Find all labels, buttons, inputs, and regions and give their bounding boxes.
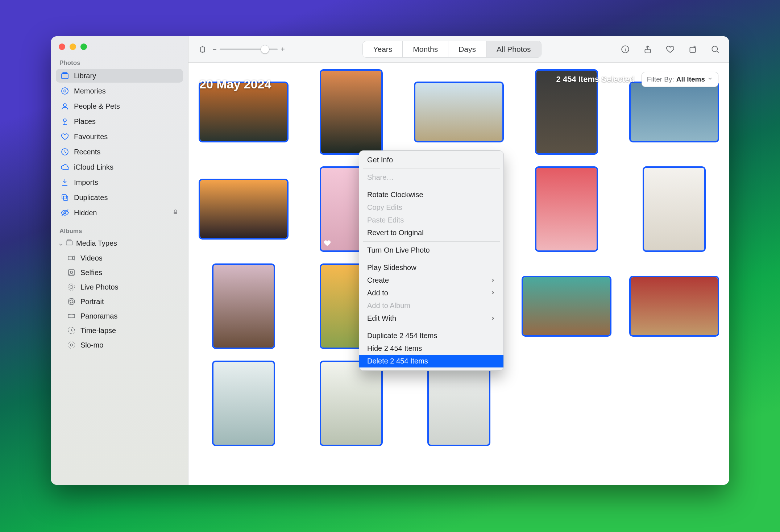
- svg-point-16: [70, 271, 72, 273]
- photo-thumbnail[interactable]: [200, 180, 287, 238]
- svg-point-18: [68, 284, 75, 290]
- window-minimize-button[interactable]: [70, 43, 76, 50]
- seg-years[interactable]: Years: [363, 41, 402, 57]
- chevron-down-icon: [707, 75, 713, 83]
- context-menu-item[interactable]: Edit With: [359, 312, 503, 325]
- chevron-right-icon: [490, 289, 495, 297]
- photo-thumbnail[interactable]: [321, 362, 381, 445]
- photo-thumbnail[interactable]: [523, 277, 610, 335]
- context-menu-item-label: Rotate Clockwise: [367, 191, 423, 199]
- sidebar-item-memories[interactable]: Memories: [56, 84, 183, 98]
- library-icon: [60, 71, 70, 80]
- toolbar: − + Years Months Days All Photos: [188, 36, 729, 63]
- context-menu-item[interactable]: Delete 2 454 Items: [359, 355, 503, 367]
- sidebar-item-selfies[interactable]: Selfies: [56, 266, 183, 279]
- svg-rect-11: [174, 212, 177, 214]
- memories-icon: [60, 87, 70, 95]
- svg-rect-12: [66, 241, 72, 245]
- sidebar-item-label: Time-lapse: [80, 327, 116, 335]
- filter-value: All Items: [676, 75, 705, 83]
- photo-thumbnail[interactable]: [429, 362, 489, 445]
- context-menu-item[interactable]: Get Info: [359, 154, 503, 166]
- window-close-button[interactable]: [59, 43, 65, 50]
- svg-point-27: [712, 46, 717, 51]
- filter-dropdown[interactable]: Filter By: All Items: [642, 72, 718, 87]
- photo-thumbnail[interactable]: [200, 83, 287, 141]
- favourite-button[interactable]: [664, 43, 676, 55]
- sidebar-item-label: iCloud Links: [74, 163, 113, 171]
- time-lapse-icon: [67, 326, 76, 335]
- context-menu-item: Share…: [359, 171, 503, 184]
- sidebar-item-people-pets[interactable]: People & Pets: [56, 99, 183, 113]
- photo-thumbnail[interactable]: [631, 277, 718, 335]
- sidebar-item-icloud-links[interactable]: iCloud Links: [56, 160, 183, 174]
- aspect-button[interactable]: [196, 43, 209, 55]
- zoom-plus[interactable]: +: [281, 45, 285, 54]
- photo-thumbnail[interactable]: [213, 265, 274, 348]
- sidebar-item-favourites[interactable]: Favourites: [56, 130, 183, 144]
- zoom-knob[interactable]: [261, 45, 269, 54]
- photo-thumbnail[interactable]: [213, 362, 274, 445]
- seg-months[interactable]: Months: [402, 41, 448, 57]
- context-menu-item[interactable]: Hide 2 454 Items: [359, 342, 503, 355]
- sidebar-item-live-photos[interactable]: Live Photos: [56, 280, 183, 294]
- sidebar-item-recents[interactable]: Recents: [56, 145, 183, 159]
- sidebar-item-videos[interactable]: Videos: [56, 251, 183, 265]
- date-heading: 20 May 2024: [199, 77, 271, 91]
- context-menu-item-label: Play Slideshow: [367, 263, 416, 272]
- photo-thumbnail[interactable]: [631, 83, 718, 141]
- context-menu-item[interactable]: Add to: [359, 287, 503, 299]
- context-menu-item[interactable]: Rotate Clockwise: [359, 188, 503, 201]
- sidebar-item-time-lapse[interactable]: Time-lapse: [56, 324, 183, 337]
- sidebar-item-label: Duplicates: [74, 194, 108, 202]
- selection-count: 2 454 Items Selected: [556, 75, 634, 84]
- photo-thumbnail[interactable]: [644, 168, 704, 250]
- toolbar-right: [619, 43, 721, 55]
- seg-all-photos[interactable]: All Photos: [486, 41, 541, 57]
- context-menu-separator: [363, 327, 500, 327]
- sidebar-section-photos: Photos: [56, 57, 183, 68]
- photo-thumbnail[interactable]: [536, 168, 597, 250]
- folder-icon: [65, 238, 74, 248]
- context-menu-item[interactable]: Create: [359, 274, 503, 287]
- person-icon: [60, 102, 70, 111]
- lock-icon: [172, 209, 179, 217]
- context-menu-separator: [363, 241, 500, 242]
- rotate-button[interactable]: [686, 43, 699, 55]
- context-menu-separator: [363, 169, 500, 169]
- cloud-icon: [60, 163, 70, 171]
- search-button[interactable]: [709, 43, 721, 55]
- context-menu-item[interactable]: Revert to Original: [359, 226, 503, 239]
- sidebar-item-portrait[interactable]: Portrait: [56, 295, 183, 308]
- context-menu-item-label: Revert to Original: [367, 229, 424, 237]
- sidebar-item-slo-mo[interactable]: Slo-mo: [56, 338, 183, 352]
- context-menu-item[interactable]: Duplicate 2 454 Items: [359, 329, 503, 342]
- photo-thumbnail[interactable]: [321, 71, 381, 153]
- sidebar-item-duplicates[interactable]: Duplicates: [56, 191, 183, 204]
- video-icon: [67, 254, 76, 262]
- seg-days[interactable]: Days: [448, 41, 486, 57]
- sidebar-item-panoramas[interactable]: Panoramas: [56, 309, 183, 323]
- chevron-down-icon: [58, 241, 63, 246]
- context-menu-item[interactable]: Play Slideshow: [359, 261, 503, 274]
- share-button[interactable]: [642, 43, 654, 55]
- context-menu-item[interactable]: Turn On Live Photo: [359, 244, 503, 257]
- sidebar-item-library[interactable]: Library: [56, 69, 183, 83]
- sidebar-group-media-types[interactable]: Media Types: [56, 236, 183, 250]
- zoom-minus[interactable]: −: [212, 45, 217, 54]
- svg-point-22: [70, 344, 72, 346]
- zoom-slider[interactable]: − +: [212, 45, 285, 54]
- svg-point-19: [68, 298, 75, 305]
- sidebar-item-places[interactable]: Places: [56, 115, 183, 128]
- sidebar-item-imports[interactable]: Imports: [56, 175, 183, 189]
- sidebar-item-label: Videos: [80, 254, 103, 262]
- info-button[interactable]: [619, 43, 631, 55]
- sidebar-item-hidden[interactable]: Hidden: [56, 206, 183, 220]
- photo-thumbnail[interactable]: [415, 83, 502, 141]
- sidebar-item-label: Imports: [74, 178, 98, 187]
- window-zoom-button[interactable]: [80, 43, 87, 50]
- context-menu-separator: [363, 259, 500, 259]
- zoom-track[interactable]: [220, 49, 278, 50]
- sidebar-item-label: Panoramas: [80, 312, 117, 320]
- context-menu: Get InfoShare…Rotate ClockwiseCopy Edits…: [359, 150, 504, 371]
